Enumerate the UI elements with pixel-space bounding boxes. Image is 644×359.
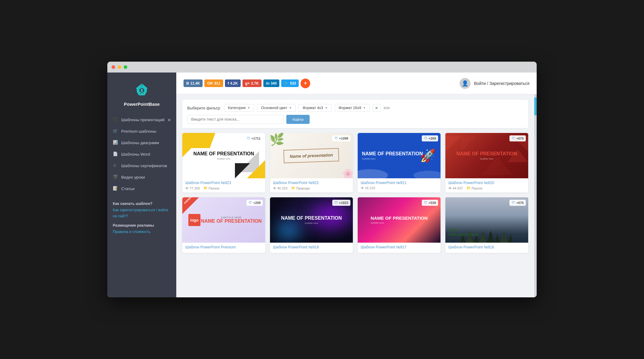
template-info-920: Шаблон PowerPoint №920 👁 44 937 📁 [445, 178, 528, 192]
minimize-dot[interactable] [118, 65, 121, 69]
vk-share-button[interactable]: В 11.4K [184, 79, 203, 87]
template-thumb-923: NAME OF PRESENTATION Subtitle here ♡ +17… [182, 133, 265, 178]
format-4x3-dropdown[interactable]: Формат 4x3 ▼ [299, 104, 332, 112]
add-social-button[interactable]: + [301, 79, 310, 88]
template-info-fluid: Шаблон PowerPoint №918 [270, 243, 353, 253]
login-button[interactable]: Войти / Зарегистрироваться [474, 81, 529, 86]
card-fluid-title: NAME OF PRESENTATION [281, 215, 342, 221]
thumb-forest-text: NAMPRESENTATION Subtitle here [445, 225, 482, 243]
sidebar-item-word[interactable]: 📄 Шаблоны Word [107, 148, 176, 160]
browser-content: PowerPointBase ⬛ Шаблоны презентаций ▶ 🛒… [107, 73, 537, 297]
template-name-922: Шаблон PowerPoint №922 [273, 181, 350, 185]
template-thumb-premium: PREMIUM logo SUBTITLE HERE NAME OF PRESE… [182, 197, 265, 243]
gplus-share-button[interactable]: g+ 2.7K [242, 79, 262, 87]
views-920: 👁 44 937 [448, 186, 463, 190]
sidebar-item-certs[interactable]: ☆ Шаблоны сертификатов [107, 160, 176, 171]
template-info-premium: Шаблон PowerPoint Premium [182, 243, 265, 253]
template-card-forest[interactable]: NAMPRESENTATION Subtitle here ♡ +676 [445, 197, 528, 253]
template-card-920[interactable]: NAME OF PRESENTATION Subtitle here ♡ +67… [445, 133, 528, 192]
premium-corner [182, 197, 199, 214]
video-icon: 🎬 [113, 174, 118, 180]
help-label: Как скачать шаблон? [113, 202, 171, 206]
card-920-title: NAME OF PRESENTATION [456, 151, 517, 157]
wave-1 [358, 169, 388, 178]
card-forest-title: NAMPRESENTATION [448, 228, 479, 237]
social-buttons: В 11.4K OK 911 f 4.2K g+ 2.7K [184, 79, 310, 88]
template-info-923: Шаблон PowerPoint №923 👁 77 269 📁 [182, 178, 265, 192]
card-920-subtitle: Subtitle here [456, 157, 517, 160]
heart-icon: ♡ [424, 201, 427, 205]
template-card-pink[interactable]: NAME OF PRESENTATION Subtitle here ♡ +53… [358, 197, 441, 253]
like-badge-premium: ♡ +208 [246, 200, 263, 206]
scrollbar-strip[interactable] [534, 94, 537, 297]
like-badge-pink: ♡ +539 [422, 200, 438, 206]
template-meta-921: 👁 16 210 [361, 186, 437, 190]
close-dot[interactable] [112, 65, 115, 69]
category-922: 📁 Природа [291, 186, 310, 190]
thumb-920-text: NAME OF PRESENTATION Subtitle here [456, 151, 517, 160]
rocket-icon: 🚀 [420, 148, 436, 163]
topbar-right: 👤 Войти / Зарегистрироваться [460, 78, 529, 89]
sidebar-item-templates[interactable]: ⬛ Шаблоны презентаций ▶ [107, 114, 176, 125]
thumb-fluid-text: NAME OF PRESENTATION Subtitle here [281, 215, 342, 225]
fb-share-button[interactable]: f 4.2K [225, 79, 241, 87]
scrollbar-thumb[interactable] [534, 97, 537, 115]
like-badge-923: ♡ +1711 [245, 135, 263, 141]
template-card-premium[interactable]: PREMIUM logo SUBTITLE HERE NAME OF PRESE… [182, 197, 265, 253]
sidebar-item-charts[interactable]: 📊 Шаблоны диаграмм [107, 137, 176, 148]
register-link[interactable]: Как зарегистрироваться / войти на сайт? [113, 207, 171, 219]
ads-link[interactable]: Правила и стоимость [113, 229, 171, 235]
svg-marker-3 [445, 136, 461, 152]
sidebar-item-articles[interactable]: 📝 Статьи [107, 183, 176, 194]
chevron-down-icon: ▼ [363, 106, 366, 109]
template-name-forest: Шаблон PowerPoint №916 [448, 245, 525, 249]
filter-or-text: или [384, 106, 390, 110]
heart-icon: ♡ [334, 201, 338, 205]
template-card-921[interactable]: NAME OF PRESENTATION Subtitle here 🚀 [358, 133, 441, 192]
heart-icon: ♡ [424, 136, 427, 141]
template-info-921: Шаблон PowerPoint №921 👁 16 210 [358, 178, 441, 192]
color-dropdown[interactable]: Основной цвет ▼ [257, 104, 296, 112]
sidebar-item-video[interactable]: 🎬 Видео уроки [107, 171, 176, 183]
maximize-dot[interactable] [124, 65, 127, 69]
heart-icon: ♡ [249, 201, 252, 205]
li-share-button[interactable]: in 340 [263, 79, 280, 87]
eye-icon: 👁 [361, 186, 364, 190]
sidebar-item-premium[interactable]: 🛒 Premium шаблоны [107, 125, 176, 137]
floral-tl-decoration: 🌿 [270, 133, 285, 147]
chevron-right-icon: ▶ [168, 118, 171, 122]
tw-share-button[interactable]: 🐦 533 [281, 79, 299, 87]
template-thumb-fluid: NAME OF PRESENTATION Subtitle here ♡ +18… [270, 197, 353, 243]
format-16x9-dropdown[interactable]: Формат 16x9 ▼ [335, 104, 370, 112]
category-dropdown[interactable]: Категория ▼ [224, 104, 254, 112]
card-923-subtitle: Subtitle here [193, 157, 254, 160]
thumb-922-text: Name of presentation [284, 148, 340, 163]
filter-label: Выберите фильтр: [187, 106, 221, 110]
template-card-923[interactable]: NAME OF PRESENTATION Subtitle here ♡ +17… [182, 133, 265, 192]
card-921-subtitle: Subtitle here [362, 157, 423, 160]
views-922: 👁 45 253 [273, 186, 288, 190]
sidebar: PowerPointBase ⬛ Шаблоны презентаций ▶ 🛒… [107, 73, 176, 297]
dark-triangle [235, 163, 250, 178]
chevron-down-icon: ▼ [247, 106, 250, 109]
template-info-pink: Шаблон PowerPoint №917 [358, 243, 441, 253]
template-card-fluid[interactable]: NAME OF PRESENTATION Subtitle here ♡ +18… [270, 197, 353, 253]
tree-6 [495, 234, 500, 243]
article-icon: 📝 [113, 186, 118, 191]
close-icon: ✕ [375, 106, 378, 110]
template-card-922[interactable]: 🌿 Name of presentation 🌸 ♡ +1099 [270, 133, 353, 192]
ok-share-button[interactable]: OK 911 [204, 79, 223, 87]
card-fluid-subtitle: Subtitle here [281, 222, 342, 225]
like-badge-920: ♡ +676 [509, 135, 526, 141]
heart-icon: ♡ [334, 136, 338, 141]
fb-icon: f [228, 81, 229, 86]
linkedin-icon: in [266, 81, 270, 86]
search-button[interactable]: Найти [286, 115, 310, 124]
clear-filter-button[interactable]: ✕ [373, 104, 381, 112]
ads-label: Размещение рекламы [113, 223, 171, 228]
template-meta-920: 👁 44 937 📁 Разное [448, 186, 525, 190]
sidebar-nav: ⬛ Шаблоны презентаций ▶ 🛒 Premium шаблон… [107, 114, 176, 194]
thumb-pink-text: NAME OF PRESENTATION Subtitle here [367, 216, 431, 225]
search-input[interactable] [187, 115, 284, 124]
sidebar-logo: PowerPointBase [107, 79, 176, 114]
